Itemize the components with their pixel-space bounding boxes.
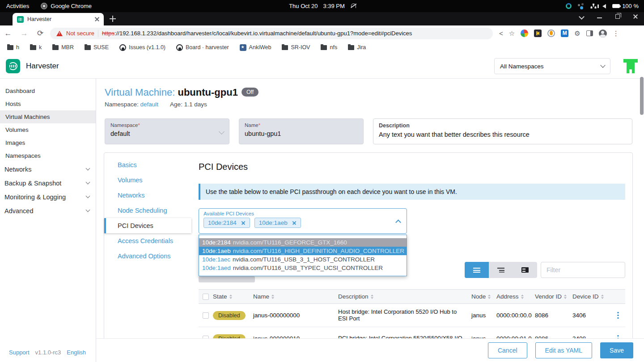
bookmark-ankiweb[interactable]: AnkiWeb (240, 44, 271, 51)
sidebar-group-backup-snapshot[interactable]: Backup & Snapshot (0, 176, 96, 190)
folder-icon (321, 45, 327, 50)
ankiweb-icon (240, 44, 246, 51)
bookmark-folder[interactable]: nfs (321, 44, 337, 51)
grouped-view-button[interactable] (489, 262, 513, 278)
col-vendor-id[interactable]: Vendor ID (535, 293, 572, 300)
extension-m-icon[interactable]: M (561, 29, 568, 37)
restore-button[interactable] (615, 14, 620, 19)
profile-avatar[interactable] (599, 29, 607, 38)
description-field[interactable]: Description Any text you want that bette… (373, 118, 632, 144)
col-state[interactable]: State (213, 293, 253, 300)
card-view-button[interactable] (513, 262, 537, 278)
sidebar-item-namespaces[interactable]: Namespaces (0, 149, 96, 162)
harvester-logo[interactable] (6, 59, 20, 73)
obscured-button[interactable] (199, 276, 255, 282)
not-secure-label[interactable]: Not secure (66, 30, 94, 37)
extension-pinwheel-icon[interactable] (521, 29, 528, 37)
new-tab-button[interactable] (110, 16, 116, 22)
bookmark-folder[interactable]: h (7, 44, 19, 51)
device-address: 0000:00:00.0 (496, 312, 535, 319)
extensions-puzzle-icon[interactable]: ⚙ (574, 29, 580, 38)
bookmark-folder[interactable]: SR-IOV (282, 44, 310, 51)
forward-button[interactable]: → (16, 29, 32, 38)
namespace-filter-select[interactable]: All Namespaces (494, 58, 610, 74)
clock[interactable]: Thu Oct 20 3:39 PM (289, 3, 356, 9)
edit-as-yaml-button[interactable]: Edit as YAML (535, 342, 593, 358)
col-description[interactable]: Description (338, 293, 471, 300)
option-pci-device[interactable]: 10de:2184nvidia.com/TU116_GEFORCE_GTX_16… (199, 238, 407, 247)
bookmark-folder[interactable]: SUSE (85, 44, 109, 51)
option-pci-device[interactable]: 10de:1aednvidia.com/TU116_USB_TYPEC_UCSI… (199, 264, 407, 272)
browser-menu-icon[interactable]: ⋮ (613, 29, 619, 38)
sidebar-item-volumes[interactable]: Volumes (0, 123, 96, 136)
battery-icon (612, 4, 620, 8)
select-all-checkbox[interactable] (203, 294, 209, 300)
bookmark-folder[interactable]: MBR (52, 44, 74, 51)
tab-access-credentials[interactable]: Access Credentials (104, 233, 191, 248)
share-icon[interactable]: < (499, 29, 503, 37)
selected-device-tag[interactable]: 10de:2184 (203, 218, 250, 228)
system-tray[interactable]: 100 % (356, 3, 644, 9)
back-button[interactable]: ← (0, 29, 16, 38)
bookmark-star-icon[interactable]: ☆ (509, 29, 515, 38)
remove-tag-icon[interactable] (292, 221, 297, 225)
rancher-barn-icon[interactable] (623, 59, 638, 73)
tab-close-icon[interactable] (95, 17, 99, 21)
sidebar-item-dashboard[interactable]: Dashboard (0, 84, 96, 97)
window-close-button[interactable] (633, 14, 638, 19)
focused-app-indicator[interactable]: Google Chrome (41, 3, 92, 9)
scrollbar-thumb[interactable] (640, 77, 644, 115)
pci-device-options-list: 10de:2184nvidia.com/TU116_GEFORCE_GTX_16… (199, 235, 407, 276)
tab-search-icon[interactable] (579, 14, 585, 20)
sidebar-group-advanced[interactable]: Advanced (0, 204, 96, 218)
sidebar-item-virtual-machines[interactable]: Virtual Machines (0, 110, 96, 123)
col-name[interactable]: Name (253, 293, 338, 300)
browser-tab-harvester[interactable]: Harvester (13, 13, 104, 25)
bookmark-github-board[interactable]: Board · harvester (176, 44, 229, 51)
col-address[interactable]: Address (496, 293, 535, 300)
namespace-link[interactable]: default (140, 101, 159, 108)
tab-node-scheduling[interactable]: Node Scheduling (104, 203, 191, 218)
list-view-button[interactable] (465, 262, 489, 278)
language-link[interactable]: English (67, 349, 86, 356)
tab-advanced-options[interactable]: Advanced Options (104, 248, 191, 264)
bookmark-github-issues[interactable]: Issues (v1.1.0) (119, 44, 165, 51)
vm-state-badge: Off (242, 88, 258, 97)
tab-networks[interactable]: Networks (104, 188, 191, 203)
filter-input[interactable]: Filter (541, 262, 625, 278)
extension-orange-dot-icon[interactable] (547, 29, 555, 37)
reload-button[interactable]: ⟳ (32, 29, 48, 38)
chevron-down-icon (86, 166, 90, 171)
tab-basics[interactable]: Basics (104, 157, 191, 173)
url-text[interactable]: https://192.168.1.232/dashboard/harveste… (102, 30, 412, 37)
tab-pci-devices[interactable]: PCI Devices (104, 218, 191, 233)
side-panel-icon[interactable] (586, 30, 593, 36)
row-actions-kebab-icon[interactable] (611, 312, 625, 319)
row-checkbox[interactable] (203, 312, 209, 319)
desktop-top-bar: Activities Google Chrome Thu Oct 20 3:39… (0, 0, 644, 12)
bookmark-folder[interactable]: Jira (348, 44, 366, 51)
activities-button[interactable]: Activities (6, 3, 29, 9)
available-pci-devices-select[interactable]: Available PCI Devices 10de:2184 10de:1ae… (199, 208, 407, 234)
vm-edit-card: Basics Volumes Networks Node Scheduling … (104, 152, 633, 362)
state-badge: Disabled (213, 311, 246, 320)
sidebar-group-monitoring-logging[interactable]: Monitoring & Logging (0, 190, 96, 204)
sidebar-item-images[interactable]: Images (0, 136, 96, 149)
option-pci-device[interactable]: 10de:1aecnvidia.com/TU116_USB_3_1_HOST_C… (199, 255, 407, 264)
selected-device-tag[interactable]: 10de:1aeb (254, 218, 301, 228)
save-button[interactable]: Save (600, 342, 633, 358)
bookmark-folder[interactable]: k (30, 44, 42, 51)
minimize-button[interactable] (597, 17, 602, 18)
address-bar[interactable]: Not secure https://192.168.1.232/dashboa… (50, 28, 493, 39)
col-node[interactable]: Node (471, 293, 496, 300)
support-link[interactable]: Support (9, 349, 30, 356)
option-pci-device[interactable]: 10de:1aebnvidia.com/TU116_HIGH_DEFINITIO… (199, 247, 407, 255)
cancel-button[interactable]: Cancel (488, 342, 527, 358)
pci-devices-panel: PCI Devices Use the table below to enabl… (199, 153, 625, 362)
col-device-id[interactable]: Device ID (572, 293, 611, 300)
extension-k-icon[interactable] (534, 29, 542, 37)
sidebar-item-hosts[interactable]: Hosts (0, 97, 96, 110)
tab-volumes[interactable]: Volumes (104, 173, 191, 188)
remove-tag-icon[interactable] (241, 221, 246, 225)
sidebar-group-networks[interactable]: Networks (0, 162, 96, 176)
